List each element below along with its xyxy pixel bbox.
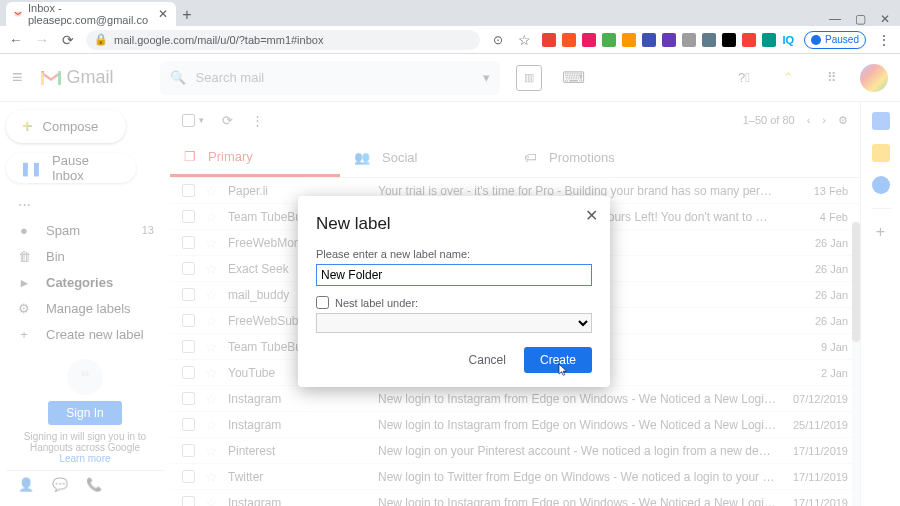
settings-dial-icon[interactable]: ⊙ bbox=[490, 33, 506, 47]
ext-icon[interactable] bbox=[562, 33, 576, 47]
nest-label-text: Nest label under: bbox=[335, 297, 418, 309]
window-maximize-icon[interactable]: ▢ bbox=[855, 12, 866, 26]
ext-icon[interactable] bbox=[602, 33, 616, 47]
label-name-input[interactable] bbox=[316, 264, 592, 286]
browser-titlebar: Inbox - pleasepc.com@gmail.co ✕ + — ▢ ✕ bbox=[0, 0, 900, 26]
nest-parent-select[interactable] bbox=[316, 313, 592, 333]
dialog-prompt: Please enter a new label name: bbox=[316, 248, 592, 260]
window-minimize-icon[interactable]: — bbox=[829, 12, 841, 26]
lock-icon: 🔒 bbox=[94, 33, 108, 46]
forward-icon[interactable]: → bbox=[34, 32, 50, 48]
ext-icon[interactable] bbox=[682, 33, 696, 47]
nest-checkbox[interactable] bbox=[316, 296, 329, 309]
profile-paused-chip[interactable]: Paused bbox=[804, 31, 866, 49]
address-bar[interactable]: 🔒 mail.google.com/mail/u/0/?tab=mm1#inbo… bbox=[86, 30, 480, 50]
cancel-button[interactable]: Cancel bbox=[459, 347, 516, 373]
reload-icon[interactable]: ⟳ bbox=[60, 32, 76, 48]
ext-icon[interactable] bbox=[702, 33, 716, 47]
ext-icon[interactable] bbox=[742, 33, 756, 47]
dialog-close-icon[interactable]: ✕ bbox=[585, 206, 598, 225]
paused-label: Paused bbox=[825, 34, 859, 45]
ext-icon[interactable] bbox=[762, 33, 776, 47]
create-label-text: Create bbox=[540, 353, 576, 367]
nest-label-row[interactable]: Nest label under: bbox=[316, 296, 592, 309]
ext-icon[interactable] bbox=[582, 33, 596, 47]
extensions-row: IQ bbox=[542, 33, 794, 47]
new-tab-button[interactable]: + bbox=[176, 4, 198, 26]
ext-icon[interactable] bbox=[722, 33, 736, 47]
ext-iq-icon[interactable]: IQ bbox=[782, 34, 794, 46]
create-button[interactable]: Create bbox=[524, 347, 592, 373]
profile-dot-icon bbox=[811, 35, 821, 45]
ext-icon[interactable] bbox=[662, 33, 676, 47]
back-icon[interactable]: ← bbox=[8, 32, 24, 48]
tab-title: Inbox - pleasepc.com@gmail.co bbox=[28, 2, 148, 26]
url-text: mail.google.com/mail/u/0/?tab=mm1#inbox bbox=[114, 34, 323, 46]
gmail-favicon-icon bbox=[14, 7, 22, 21]
ext-icon[interactable] bbox=[542, 33, 556, 47]
ext-icon[interactable] bbox=[642, 33, 656, 47]
window-close-icon[interactable]: ✕ bbox=[880, 12, 890, 26]
new-label-dialog: ✕ New label Please enter a new label nam… bbox=[298, 196, 610, 387]
tab-close-icon[interactable]: ✕ bbox=[158, 7, 168, 21]
star-icon[interactable]: ☆ bbox=[516, 32, 532, 48]
browser-toolbar: ← → ⟳ 🔒 mail.google.com/mail/u/0/?tab=mm… bbox=[0, 26, 900, 54]
ext-icon[interactable] bbox=[622, 33, 636, 47]
browser-menu-icon[interactable]: ⋮ bbox=[876, 32, 892, 48]
dialog-title: New label bbox=[316, 214, 592, 234]
browser-tab[interactable]: Inbox - pleasepc.com@gmail.co ✕ bbox=[6, 2, 176, 26]
